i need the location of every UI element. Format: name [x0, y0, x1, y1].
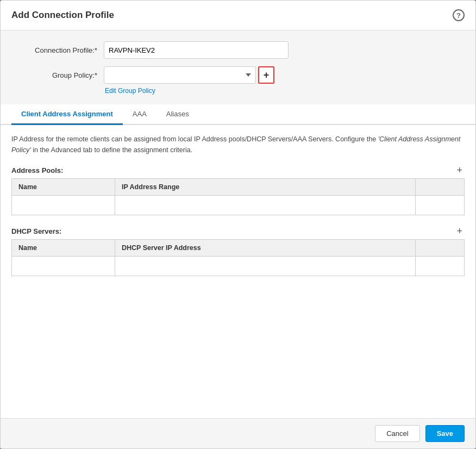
address-pools-section-header: Address Pools: +	[11, 165, 465, 175]
address-pools-header-row: Name IP Address Range	[12, 179, 465, 196]
address-pools-table: Name IP Address Range	[11, 178, 465, 215]
connection-profile-row: Connection Profile:*	[17, 41, 459, 59]
dhcp-servers-col-ip: DHCP Server IP Address	[115, 240, 416, 257]
edit-group-policy-link[interactable]: Edit Group Policy	[105, 87, 459, 95]
dhcp-servers-empty-row	[12, 257, 465, 276]
tab-client-address-assignment[interactable]: Client Address Assignment	[11, 104, 123, 125]
tabs-bar: Client Address Assignment AAA Aliases	[1, 104, 475, 125]
connection-profile-input[interactable]	[104, 41, 289, 59]
tab-aliases[interactable]: Aliases	[156, 104, 199, 125]
address-pools-col-actions	[416, 179, 465, 196]
dhcp-servers-col-actions	[416, 240, 465, 257]
address-pools-empty-row	[12, 196, 465, 215]
group-policy-row: Group Policy:* +	[17, 66, 459, 84]
group-policy-select-wrap: +	[104, 66, 274, 84]
dhcp-servers-section-header: DHCP Servers: +	[11, 226, 465, 236]
dhcp-servers-header-row: Name DHCP Server IP Address	[12, 240, 465, 257]
tab-aaa[interactable]: AAA	[123, 104, 156, 125]
form-section: Connection Profile:* Group Policy:* + Ed…	[1, 30, 475, 104]
help-icon[interactable]: ?	[453, 9, 465, 21]
dhcp-servers-col-name: Name	[12, 240, 115, 257]
address-pools-col-name: Name	[12, 179, 115, 196]
dialog-footer: Cancel Save	[1, 418, 475, 448]
description-text: IP Address for the remote clients can be…	[11, 134, 465, 155]
connection-profile-label: Connection Profile:*	[17, 46, 104, 54]
add-group-policy-button[interactable]: +	[258, 66, 274, 84]
dialog-header: Add Connection Profile ?	[1, 1, 475, 30]
save-button[interactable]: Save	[425, 425, 465, 442]
add-connection-profile-dialog: Add Connection Profile ? Connection Prof…	[0, 0, 476, 449]
add-dhcp-server-button[interactable]: +	[454, 226, 465, 236]
dialog-body: Connection Profile:* Group Policy:* + Ed…	[1, 30, 475, 418]
group-policy-select[interactable]	[104, 66, 256, 84]
content-area: IP Address for the remote clients can be…	[1, 125, 475, 418]
address-pools-col-ip-range: IP Address Range	[115, 179, 416, 196]
dialog-title: Add Connection Profile	[11, 10, 114, 21]
dhcp-servers-table: Name DHCP Server IP Address	[11, 239, 465, 276]
add-address-pool-button[interactable]: +	[454, 165, 465, 175]
cancel-button[interactable]: Cancel	[375, 425, 419, 442]
address-pools-title: Address Pools:	[11, 166, 63, 174]
group-policy-label: Group Policy:*	[17, 71, 104, 79]
dhcp-servers-title: DHCP Servers:	[11, 227, 61, 235]
